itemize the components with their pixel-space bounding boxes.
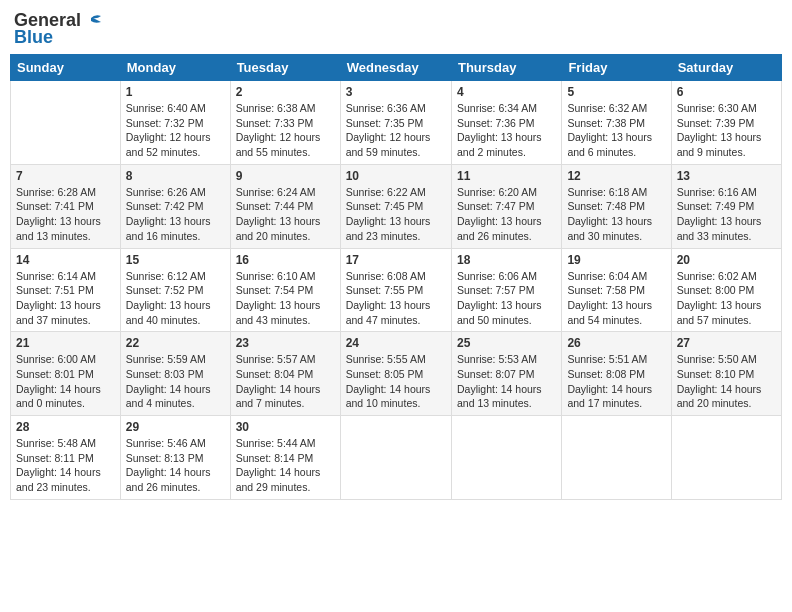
calendar-cell: 9Sunrise: 6:24 AM Sunset: 7:44 PM Daylig… — [230, 164, 340, 248]
day-info: Sunrise: 6:18 AM Sunset: 7:48 PM Dayligh… — [567, 185, 665, 244]
calendar-cell: 17Sunrise: 6:08 AM Sunset: 7:55 PM Dayli… — [340, 248, 451, 332]
day-info: Sunrise: 6:40 AM Sunset: 7:32 PM Dayligh… — [126, 101, 225, 160]
logo-blue: Blue — [14, 27, 53, 48]
day-number: 14 — [16, 253, 115, 267]
day-number: 2 — [236, 85, 335, 99]
day-info: Sunrise: 5:57 AM Sunset: 8:04 PM Dayligh… — [236, 352, 335, 411]
calendar-cell: 16Sunrise: 6:10 AM Sunset: 7:54 PM Dayli… — [230, 248, 340, 332]
calendar-cell: 2Sunrise: 6:38 AM Sunset: 7:33 PM Daylig… — [230, 81, 340, 165]
day-info: Sunrise: 6:16 AM Sunset: 7:49 PM Dayligh… — [677, 185, 776, 244]
day-info: Sunrise: 5:44 AM Sunset: 8:14 PM Dayligh… — [236, 436, 335, 495]
day-info: Sunrise: 5:51 AM Sunset: 8:08 PM Dayligh… — [567, 352, 665, 411]
calendar-cell: 4Sunrise: 6:34 AM Sunset: 7:36 PM Daylig… — [451, 81, 561, 165]
day-info: Sunrise: 6:04 AM Sunset: 7:58 PM Dayligh… — [567, 269, 665, 328]
day-number: 13 — [677, 169, 776, 183]
day-info: Sunrise: 5:59 AM Sunset: 8:03 PM Dayligh… — [126, 352, 225, 411]
calendar-cell: 11Sunrise: 6:20 AM Sunset: 7:47 PM Dayli… — [451, 164, 561, 248]
calendar-table: SundayMondayTuesdayWednesdayThursdayFrid… — [10, 54, 782, 500]
day-info: Sunrise: 6:08 AM Sunset: 7:55 PM Dayligh… — [346, 269, 446, 328]
day-info: Sunrise: 6:20 AM Sunset: 7:47 PM Dayligh… — [457, 185, 556, 244]
day-info: Sunrise: 6:14 AM Sunset: 7:51 PM Dayligh… — [16, 269, 115, 328]
calendar-cell: 28Sunrise: 5:48 AM Sunset: 8:11 PM Dayli… — [11, 416, 121, 500]
day-number: 23 — [236, 336, 335, 350]
day-info: Sunrise: 6:32 AM Sunset: 7:38 PM Dayligh… — [567, 101, 665, 160]
logo: General Blue — [14, 10, 103, 48]
calendar-cell: 1Sunrise: 6:40 AM Sunset: 7:32 PM Daylig… — [120, 81, 230, 165]
calendar-header-row: SundayMondayTuesdayWednesdayThursdayFrid… — [11, 55, 782, 81]
day-number: 19 — [567, 253, 665, 267]
day-number: 5 — [567, 85, 665, 99]
day-info: Sunrise: 6:24 AM Sunset: 7:44 PM Dayligh… — [236, 185, 335, 244]
day-number: 27 — [677, 336, 776, 350]
calendar-cell: 21Sunrise: 6:00 AM Sunset: 8:01 PM Dayli… — [11, 332, 121, 416]
day-number: 29 — [126, 420, 225, 434]
day-number: 11 — [457, 169, 556, 183]
calendar-cell: 14Sunrise: 6:14 AM Sunset: 7:51 PM Dayli… — [11, 248, 121, 332]
day-number: 20 — [677, 253, 776, 267]
calendar-cell — [11, 81, 121, 165]
calendar-week-row: 1Sunrise: 6:40 AM Sunset: 7:32 PM Daylig… — [11, 81, 782, 165]
calendar-cell: 7Sunrise: 6:28 AM Sunset: 7:41 PM Daylig… — [11, 164, 121, 248]
day-number: 16 — [236, 253, 335, 267]
day-number: 9 — [236, 169, 335, 183]
day-number: 15 — [126, 253, 225, 267]
calendar-cell: 25Sunrise: 5:53 AM Sunset: 8:07 PM Dayli… — [451, 332, 561, 416]
day-info: Sunrise: 6:02 AM Sunset: 8:00 PM Dayligh… — [677, 269, 776, 328]
calendar-cell — [340, 416, 451, 500]
calendar-cell: 8Sunrise: 6:26 AM Sunset: 7:42 PM Daylig… — [120, 164, 230, 248]
calendar-week-row: 21Sunrise: 6:00 AM Sunset: 8:01 PM Dayli… — [11, 332, 782, 416]
calendar-cell: 29Sunrise: 5:46 AM Sunset: 8:13 PM Dayli… — [120, 416, 230, 500]
calendar-header-friday: Friday — [562, 55, 671, 81]
day-info: Sunrise: 5:46 AM Sunset: 8:13 PM Dayligh… — [126, 436, 225, 495]
day-info: Sunrise: 6:06 AM Sunset: 7:57 PM Dayligh… — [457, 269, 556, 328]
calendar-cell: 24Sunrise: 5:55 AM Sunset: 8:05 PM Dayli… — [340, 332, 451, 416]
day-number: 10 — [346, 169, 446, 183]
calendar-cell — [562, 416, 671, 500]
calendar-header-thursday: Thursday — [451, 55, 561, 81]
day-number: 7 — [16, 169, 115, 183]
day-number: 26 — [567, 336, 665, 350]
calendar-cell: 10Sunrise: 6:22 AM Sunset: 7:45 PM Dayli… — [340, 164, 451, 248]
calendar-cell — [671, 416, 781, 500]
day-info: Sunrise: 6:38 AM Sunset: 7:33 PM Dayligh… — [236, 101, 335, 160]
day-number: 25 — [457, 336, 556, 350]
day-number: 22 — [126, 336, 225, 350]
calendar-cell: 30Sunrise: 5:44 AM Sunset: 8:14 PM Dayli… — [230, 416, 340, 500]
day-number: 6 — [677, 85, 776, 99]
calendar-cell: 20Sunrise: 6:02 AM Sunset: 8:00 PM Dayli… — [671, 248, 781, 332]
calendar-cell: 26Sunrise: 5:51 AM Sunset: 8:08 PM Dayli… — [562, 332, 671, 416]
logo-bird-icon — [83, 14, 103, 28]
calendar-week-row: 14Sunrise: 6:14 AM Sunset: 7:51 PM Dayli… — [11, 248, 782, 332]
day-info: Sunrise: 5:50 AM Sunset: 8:10 PM Dayligh… — [677, 352, 776, 411]
day-number: 18 — [457, 253, 556, 267]
day-info: Sunrise: 6:22 AM Sunset: 7:45 PM Dayligh… — [346, 185, 446, 244]
calendar-cell: 15Sunrise: 6:12 AM Sunset: 7:52 PM Dayli… — [120, 248, 230, 332]
day-info: Sunrise: 6:34 AM Sunset: 7:36 PM Dayligh… — [457, 101, 556, 160]
day-number: 4 — [457, 85, 556, 99]
calendar-header-wednesday: Wednesday — [340, 55, 451, 81]
day-number: 21 — [16, 336, 115, 350]
calendar-week-row: 28Sunrise: 5:48 AM Sunset: 8:11 PM Dayli… — [11, 416, 782, 500]
day-number: 1 — [126, 85, 225, 99]
calendar-cell: 3Sunrise: 6:36 AM Sunset: 7:35 PM Daylig… — [340, 81, 451, 165]
day-info: Sunrise: 6:30 AM Sunset: 7:39 PM Dayligh… — [677, 101, 776, 160]
day-info: Sunrise: 5:53 AM Sunset: 8:07 PM Dayligh… — [457, 352, 556, 411]
day-info: Sunrise: 5:55 AM Sunset: 8:05 PM Dayligh… — [346, 352, 446, 411]
calendar-cell: 19Sunrise: 6:04 AM Sunset: 7:58 PM Dayli… — [562, 248, 671, 332]
day-number: 17 — [346, 253, 446, 267]
day-info: Sunrise: 6:26 AM Sunset: 7:42 PM Dayligh… — [126, 185, 225, 244]
day-info: Sunrise: 6:10 AM Sunset: 7:54 PM Dayligh… — [236, 269, 335, 328]
day-number: 12 — [567, 169, 665, 183]
calendar-cell: 22Sunrise: 5:59 AM Sunset: 8:03 PM Dayli… — [120, 332, 230, 416]
calendar-cell: 12Sunrise: 6:18 AM Sunset: 7:48 PM Dayli… — [562, 164, 671, 248]
calendar-cell: 5Sunrise: 6:32 AM Sunset: 7:38 PM Daylig… — [562, 81, 671, 165]
calendar-header-saturday: Saturday — [671, 55, 781, 81]
day-number: 30 — [236, 420, 335, 434]
day-number: 24 — [346, 336, 446, 350]
calendar-week-row: 7Sunrise: 6:28 AM Sunset: 7:41 PM Daylig… — [11, 164, 782, 248]
calendar-header-tuesday: Tuesday — [230, 55, 340, 81]
day-info: Sunrise: 6:28 AM Sunset: 7:41 PM Dayligh… — [16, 185, 115, 244]
page-header: General Blue — [10, 10, 782, 48]
day-number: 8 — [126, 169, 225, 183]
day-number: 3 — [346, 85, 446, 99]
